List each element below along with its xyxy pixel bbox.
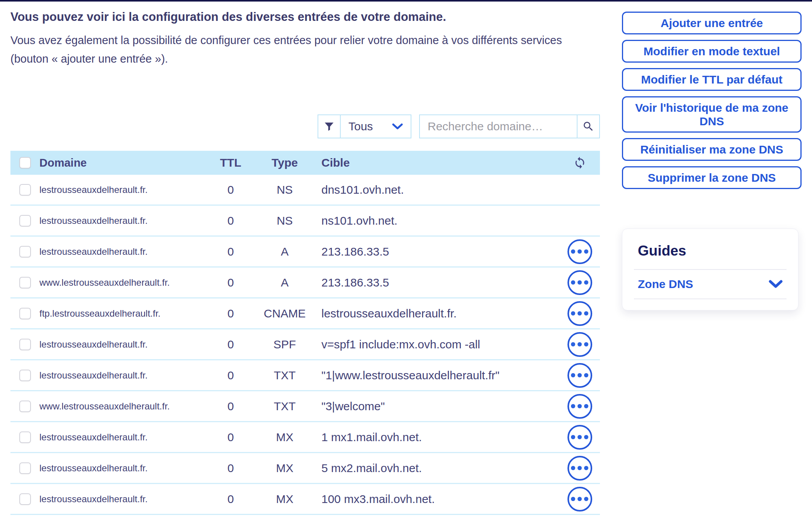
row-domain: lestrousseauxdelherault.fr. [39,215,209,226]
row-domain: lestrousseauxdelherault.fr. [39,339,209,350]
magnifier-icon [582,120,595,133]
table-row: lestrousseauxdelherault.fr. 0 TXT "1|www… [10,360,600,391]
table-body: lestrousseauxdelherault.fr. 0 NS dns101.… [10,175,600,515]
ellipsis-icon [571,373,588,377]
top-border [0,0,812,2]
funnel-icon[interactable] [318,115,341,138]
zone-actions-panel: Ajouter une entréeModifier en mode textu… [622,12,802,189]
search-button[interactable] [577,115,599,138]
table-row: lestrousseauxdelherault.fr. 0 MX 5 mx2.m… [10,453,600,484]
row-ttl: 0 [209,493,252,506]
row-actions-button[interactable] [567,394,592,419]
row-type: MX [252,462,318,475]
row-type: A [252,276,318,289]
row-type: NS [252,183,318,196]
row-ttl: 0 [209,276,252,289]
table-row: lestrousseauxdelherault.fr. 0 NS dns101.… [10,175,600,206]
row-actions-button[interactable] [567,363,592,388]
ellipsis-icon [571,249,588,254]
row-checkbox[interactable] [19,339,31,350]
column-header-cible: Cible [318,156,559,169]
row-target: v=spf1 include:mx.ovh.com -all [318,338,559,351]
column-header-domaine: Domaine [39,157,209,169]
row-target: 5 mx2.mail.ovh.net. [318,462,559,475]
table-row: lestrousseauxdelherault.fr. 0 SPF v=spf1… [10,329,600,360]
guides-item-label: Zone DNS [638,278,693,291]
table-row: ftp.lestrousseauxdelherault.fr. 0 CNAME … [10,298,600,329]
row-target: dns101.ovh.net. [318,183,559,196]
row-ttl: 0 [209,214,252,227]
row-checkbox[interactable] [19,184,31,196]
ellipsis-icon [571,435,588,439]
search-input[interactable] [420,115,577,138]
row-actions-button[interactable] [567,425,592,450]
reset-dns-zone-button[interactable]: Réinitialiser ma zone DNS [622,138,802,161]
row-checkbox[interactable] [19,431,31,443]
row-type: TXT [252,369,318,382]
ellipsis-icon [571,404,588,408]
column-header-type: Type [252,156,318,169]
row-checkbox[interactable] [19,493,31,505]
row-type: CNAME [252,307,318,320]
row-ttl: 0 [209,369,252,382]
row-actions-button[interactable] [567,270,592,295]
row-target: 213.186.33.5 [318,276,559,289]
guides-item-zone-dns[interactable]: Zone DNS [634,269,787,299]
ellipsis-icon [571,466,588,470]
filter-select[interactable]: Tous [341,115,411,138]
row-domain: www.lestrousseauxdelherault.fr. [39,277,209,288]
row-target: "3|welcome" [318,400,559,413]
row-actions-button[interactable] [567,332,592,357]
table-row: lestrousseauxdelherault.fr. 0 MX 100 mx3… [10,484,600,515]
row-ttl: 0 [209,400,252,413]
domain-search [419,114,600,138]
row-actions-button[interactable] [567,456,592,481]
filter-selected-label: Tous [348,120,373,133]
row-checkbox[interactable] [19,401,31,412]
row-domain: www.lestrousseauxdelherault.fr. [39,401,209,412]
row-ttl: 0 [209,183,252,196]
row-type: NS [252,214,318,227]
ellipsis-icon [571,497,588,501]
row-domain: lestrousseauxdelherault.fr. [39,463,209,474]
table-header: Domaine TTL Type Cible [10,151,600,175]
table-row: www.lestrousseauxdelherault.fr. 0 A 213.… [10,268,600,298]
row-domain: lestrousseauxdelherault.fr. [39,184,209,195]
row-target: ns101.ovh.net. [318,214,559,227]
edit-default-ttl-button[interactable]: Modifier le TTL par défaut [622,68,802,91]
row-checkbox[interactable] [19,277,31,288]
row-ttl: 0 [209,462,252,475]
guides-title: Guides [638,243,787,259]
row-domain: lestrousseauxdelherault.fr. [39,246,209,257]
ellipsis-icon [571,311,588,315]
delete-dns-zone-button[interactable]: Supprimer la zone DNS [622,166,802,189]
row-target: 213.186.33.5 [318,245,559,258]
row-actions-button[interactable] [567,239,592,264]
page-description: Vous avez également la possibilité de co… [10,31,596,68]
row-domain: lestrousseauxdelherault.fr. [39,494,209,505]
add-entry-button[interactable]: Ajouter une entrée [622,12,802,34]
row-type: TXT [252,400,318,413]
row-checkbox[interactable] [19,370,31,381]
record-type-filter[interactable]: Tous [318,114,411,138]
ellipsis-icon [571,280,588,285]
row-checkbox[interactable] [19,246,31,257]
row-actions-button[interactable] [567,487,592,512]
row-type: A [252,245,318,258]
table-row: lestrousseauxdelherault.fr. 0 NS ns101.o… [10,206,600,237]
chevron-down-icon [769,280,783,288]
row-ttl: 0 [209,245,252,258]
guides-card: Guides Zone DNS [622,228,798,310]
row-type: MX [252,493,318,506]
edit-text-mode-button[interactable]: Modifier en mode textuel [622,40,802,63]
row-checkbox[interactable] [19,308,31,319]
view-dns-history-button[interactable]: Voir l'historique de ma zone DNS [622,96,802,133]
refresh-icon[interactable] [573,156,586,169]
select-all-checkbox[interactable] [19,157,31,169]
row-checkbox[interactable] [19,215,31,227]
row-target: "1|www.lestrousseauxdelherault.fr" [318,369,559,382]
row-domain: lestrousseauxdelherault.fr. [39,370,209,381]
row-checkbox[interactable] [19,462,31,474]
dns-records-table: Domaine TTL Type Cible lestrousseauxdelh… [10,151,600,515]
row-actions-button[interactable] [567,301,592,326]
